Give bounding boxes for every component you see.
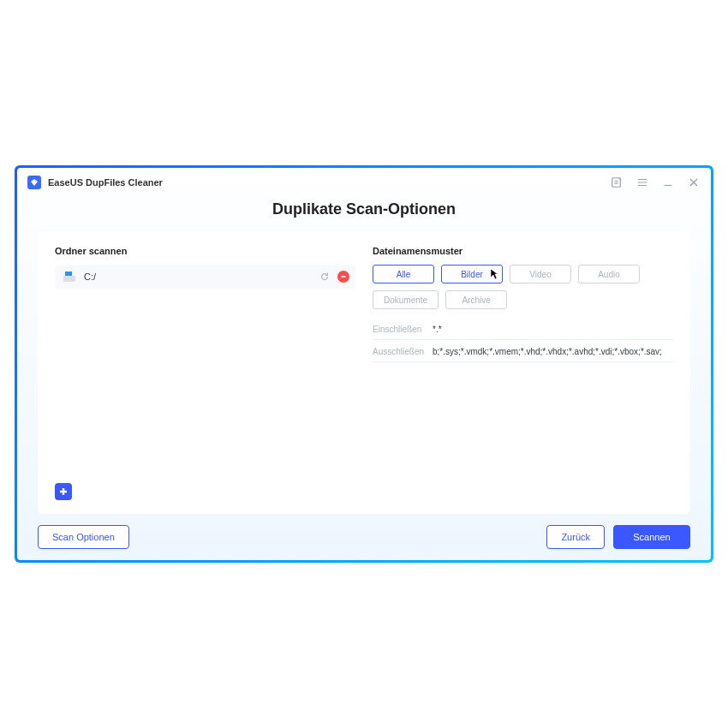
filter-images[interactable]: Bilder bbox=[441, 265, 503, 283]
pattern-section-label: Dateinamensmuster bbox=[373, 246, 673, 256]
exclude-label: Ausschließen bbox=[373, 347, 433, 356]
minus-icon bbox=[337, 271, 349, 283]
window-frame: EaseUS DupFiles Cleaner Duplikate Scan-O… bbox=[15, 165, 713, 563]
scan-button[interactable]: Scannen bbox=[613, 525, 690, 549]
close-icon[interactable] bbox=[687, 176, 701, 189]
scan-folders-label: Ordner scannen bbox=[55, 246, 355, 256]
note-icon[interactable] bbox=[610, 176, 624, 189]
filter-row: Alle Bilder Video Audio Dokumente Archiv… bbox=[373, 265, 673, 309]
remove-folder-button[interactable] bbox=[337, 270, 350, 283]
refresh-folder-icon[interactable] bbox=[318, 270, 331, 283]
titlebar: EaseUS DupFiles Cleaner bbox=[17, 168, 711, 197]
footer: Scan Optionen Zurück Scannen bbox=[17, 514, 711, 560]
include-label: Einschließen bbox=[373, 325, 433, 334]
filter-all[interactable]: Alle bbox=[373, 265, 434, 283]
app-logo-icon bbox=[27, 176, 41, 189]
exclude-value: b;*.sys;*.vmdk;*.vmem;*.vhd;*.vhdx;*.avh… bbox=[433, 347, 662, 356]
svg-rect-0 bbox=[612, 178, 621, 188]
back-button[interactable]: Zurück bbox=[546, 525, 605, 549]
app-title: EaseUS DupFiles Cleaner bbox=[48, 177, 163, 188]
filter-archive[interactable]: Archive bbox=[445, 290, 507, 309]
include-row[interactable]: Einschließen *.* bbox=[373, 325, 673, 340]
include-value: *.* bbox=[433, 325, 442, 334]
mouse-cursor-icon bbox=[490, 268, 498, 280]
page-heading: Duplikate Scan-Optionen bbox=[17, 200, 711, 218]
add-folder-button[interactable] bbox=[55, 483, 72, 500]
folder-row[interactable]: C:/ bbox=[55, 265, 355, 289]
scan-options-button[interactable]: Scan Optionen bbox=[38, 525, 129, 549]
filename-pattern-section: Dateinamensmuster Alle Bilder Video Audi… bbox=[373, 246, 673, 500]
folder-list: C:/ bbox=[55, 265, 355, 500]
main-panel: Ordner scannen C:/ bbox=[38, 232, 690, 514]
scan-folders-section: Ordner scannen C:/ bbox=[55, 246, 355, 500]
menu-icon[interactable] bbox=[636, 176, 649, 189]
app-window: EaseUS DupFiles Cleaner Duplikate Scan-O… bbox=[17, 168, 711, 560]
minimize-icon[interactable] bbox=[661, 176, 675, 189]
drive-icon bbox=[63, 272, 75, 282]
exclude-row[interactable]: Ausschließen b;*.sys;*.vmdk;*.vmem;*.vhd… bbox=[373, 347, 673, 362]
filter-video[interactable]: Video bbox=[510, 265, 571, 283]
folder-path: C:/ bbox=[84, 272, 313, 282]
filter-documents[interactable]: Dokumente bbox=[373, 290, 439, 309]
filter-audio[interactable]: Audio bbox=[578, 265, 640, 283]
